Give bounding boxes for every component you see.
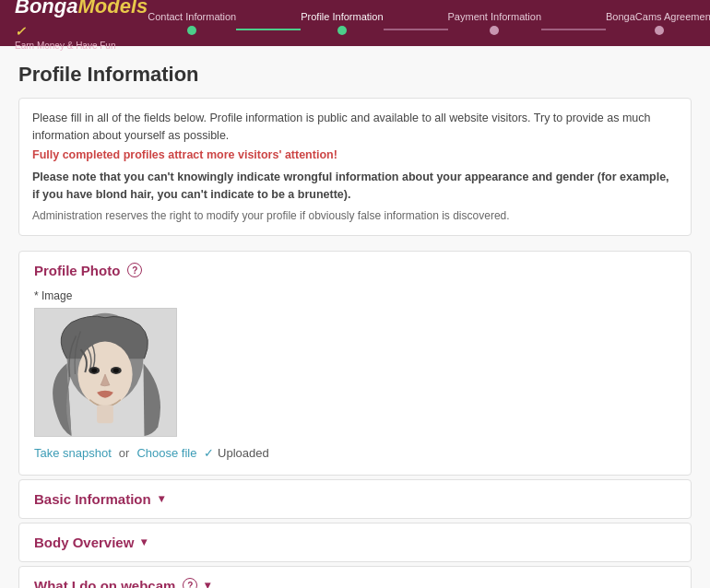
profile-photo-header[interactable]: Profile Photo ? <box>19 252 691 289</box>
header: BongaModels ✓ Earn Money & Have Fun Cont… <box>0 0 710 46</box>
webcam-help-icon[interactable]: ? <box>183 578 197 588</box>
body-overview-header[interactable]: Body Overview ▾ <box>19 523 691 561</box>
image-label: * Image <box>34 289 676 302</box>
image-preview <box>34 308 177 437</box>
step-contact-dot <box>187 26 196 35</box>
step-profile[interactable]: Profile Information <box>301 11 383 35</box>
main-content: Profile Information Please fill in all o… <box>0 46 710 588</box>
portrait-image <box>35 308 176 437</box>
step-profile-dot <box>337 26 347 35</box>
svg-rect-7 <box>97 405 113 423</box>
basic-information-header[interactable]: Basic Information ▾ <box>19 480 691 518</box>
info-line1: Please fill in all of the fields below. … <box>32 110 678 145</box>
step-payment[interactable]: Payment Information <box>448 11 542 35</box>
profile-photo-help-icon[interactable]: ? <box>127 263 142 277</box>
body-overview-label: Body Overview <box>34 535 134 550</box>
webcam-label: What I do on webcam <box>34 578 175 588</box>
basic-information-label: Basic Information <box>34 491 151 507</box>
info-line2: Fully completed profiles attract more vi… <box>32 147 678 164</box>
info-note: Administration reserves the right to mod… <box>32 207 678 224</box>
step-contact[interactable]: Contact Information <box>148 11 236 35</box>
webcam-chevron: ▾ <box>205 579 210 588</box>
profile-photo-body: * Image <box>19 289 691 475</box>
step-payment-dot <box>490 26 499 35</box>
connector-1 <box>236 29 301 30</box>
profile-photo-section: Profile Photo ? * Image <box>18 251 692 476</box>
take-snapshot-button[interactable]: Take snapshot <box>34 446 112 460</box>
info-warning: Please note that you can't knowingly ind… <box>32 169 678 204</box>
step-agreement[interactable]: BongaCams Agreement <box>606 11 710 35</box>
step-agreement-label: BongaCams Agreement <box>606 11 710 22</box>
logo-text: BongaModels ✓ <box>15 0 148 41</box>
webcam-header[interactable]: What I do on webcam ? ▾ <box>19 567 691 588</box>
body-overview-section: Body Overview ▾ <box>18 523 692 562</box>
webcam-section: What I do on webcam ? ▾ <box>18 566 692 588</box>
or-text: or <box>119 446 130 460</box>
nav-steps: Contact Information Profile Information … <box>148 11 710 35</box>
basic-information-chevron: ▾ <box>159 492 164 505</box>
step-profile-label: Profile Information <box>301 11 383 22</box>
step-payment-label: Payment Information <box>448 11 542 22</box>
step-contact-label: Contact Information <box>148 11 236 22</box>
svg-point-5 <box>91 368 97 372</box>
basic-information-section: Basic Information ▾ <box>18 479 692 519</box>
profile-photo-title: Profile Photo <box>34 263 120 278</box>
connector-2 <box>384 29 448 30</box>
info-box: Please fill in all of the fields below. … <box>18 98 692 236</box>
body-overview-chevron: ▾ <box>141 535 147 548</box>
logo-tagline: Earn Money & Have Fun <box>15 41 148 51</box>
svg-point-6 <box>113 368 119 372</box>
check-icon: ✓ <box>204 446 214 460</box>
choose-file-button[interactable]: Choose file <box>136 446 196 460</box>
step-agreement-dot <box>655 26 664 35</box>
connector-3 <box>541 29 606 30</box>
photo-actions: Take snapshot or Choose file ✓ Uploaded <box>34 446 676 460</box>
logo: BongaModels ✓ Earn Money & Have Fun <box>15 0 148 51</box>
page-title: Profile Information <box>18 63 692 87</box>
uploaded-status: ✓ Uploaded <box>204 446 268 460</box>
uploaded-label: Uploaded <box>218 446 269 460</box>
